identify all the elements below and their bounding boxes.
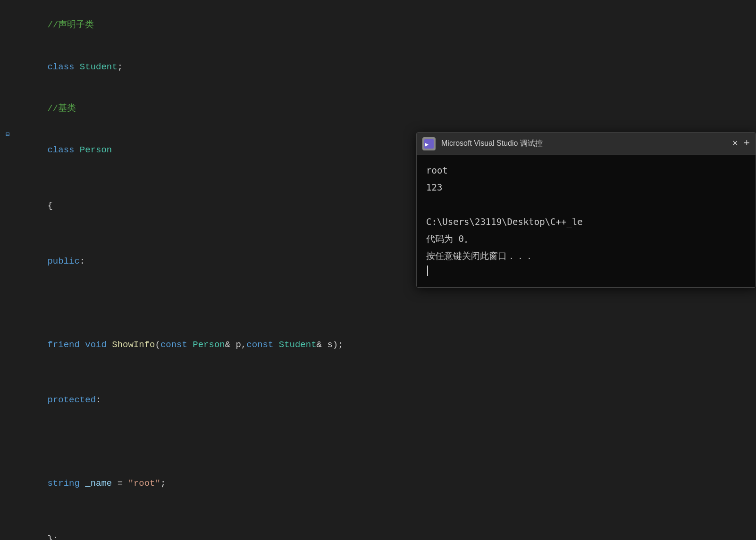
console-output-1: root [426, 163, 746, 178]
console-add-button[interactable]: + [744, 138, 750, 150]
console-title: Microsoft Visual Studio 调试控 [441, 139, 732, 149]
code-line-10: }; [0, 505, 406, 540]
semi-1: ; [118, 62, 123, 72]
console-exit: 代码为 0。 [426, 231, 746, 246]
line-content-8: protected: [13, 366, 402, 421]
brace-5: { [47, 200, 52, 211]
code-line-1: //声明子类 [0, 5, 406, 46]
cn-student-1: Student [80, 62, 118, 72]
console-titlebar: ▶ Microsoft Visual Studio 调试控 × + [417, 133, 756, 155]
line-content-4: class Person [13, 130, 402, 171]
code-line-5: { [0, 171, 406, 227]
kw-protected-1: protected [47, 395, 96, 405]
console-cursor [427, 266, 428, 276]
line-content-10: }; [13, 505, 402, 540]
svg-text:▶: ▶ [425, 141, 429, 148]
code-line-7: friend void ShowInfo(const Person& p,con… [0, 282, 406, 366]
code-line-4: ⊟ class Person [0, 130, 406, 171]
console-path: C:\Users\23119\Desktop\C++_le [426, 214, 746, 229]
comment-2: //基类 [47, 103, 76, 114]
console-window: ▶ Microsoft Visual Studio 调试控 × + root 1… [416, 132, 756, 288]
console-empty-1 [426, 197, 746, 212]
console-output-2: 123 [426, 180, 746, 195]
line-content-1: //声明子类 [13, 5, 402, 46]
console-prompt: 按任意键关闭此窗口．．． [426, 248, 746, 263]
code-line-8: protected: [0, 366, 406, 421]
code-line-3: //基类 [0, 88, 406, 130]
gutter-4: ⊟ [0, 130, 13, 140]
line-content-2: class Student; [13, 46, 402, 88]
kw-class-2: class [47, 145, 79, 155]
line-content-6: public: [13, 227, 402, 282]
console-close-button[interactable]: × [732, 138, 738, 149]
kw-friend-1: friend [47, 340, 85, 350]
kw-public-1: public [47, 256, 79, 266]
console-cursor-line [426, 266, 746, 276]
code-line-9: string _name = "root"; [0, 421, 406, 505]
comment-1: //声明子类 [47, 20, 94, 30]
line-content-9: string _name = "root"; [13, 421, 402, 505]
line-content-3: //基类 [13, 88, 402, 130]
line-content-7: friend void ShowInfo(const Person& p,con… [13, 282, 402, 366]
code-line-2: class Student; [0, 46, 406, 88]
kw-class-1: class [47, 62, 79, 72]
line-content-5: { [13, 171, 402, 227]
code-line-6: public: [0, 227, 406, 282]
code-editor: //声明子类 class Student; //基类 ⊟ class Perso… [0, 0, 406, 540]
vs-icon: ▶ [422, 137, 436, 150]
console-body: root 123 C:\Users\23119\Desktop\C++_le 代… [417, 155, 756, 287]
cn-person: Person [80, 145, 112, 155]
fold-icon-4[interactable]: ⊟ [4, 130, 11, 140]
